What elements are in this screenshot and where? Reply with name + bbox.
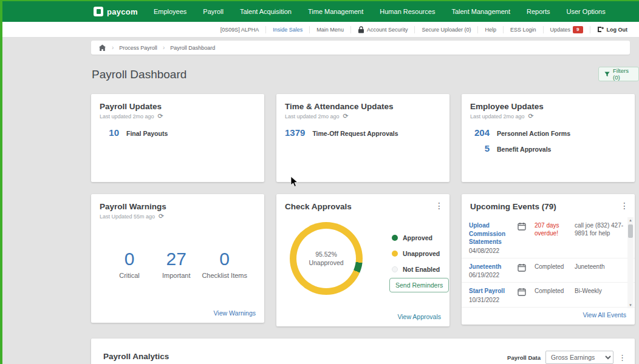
personnel-action-forms-count[interactable]: 204 [470,127,490,138]
event-row: Start Payroll Completed wEEKLY [462,308,635,309]
paycom-logo-text: paycom [107,7,138,16]
event-note: Juneteenth [575,263,628,279]
paycom-logo[interactable]: paycom [94,7,138,16]
utility-bar: [0S09S] ALPHA Inside Sales Main Menu Acc… [2,22,639,38]
legend-not-enabled: Not Enabled [392,266,440,273]
donut-center-label: Unapproved [309,259,343,266]
critical-count[interactable]: 0 [108,249,151,269]
nav-item-talent-acquisition[interactable]: Talent Acquisition [240,8,292,15]
benefit-approvals-label[interactable]: Benefit Approvals [497,146,551,153]
log-out-icon [597,26,604,33]
event-row: Upload Commission Statements 04/08/2022 … [462,217,635,258]
payroll-updates-title: Payroll Updates [100,102,256,111]
refresh-icon[interactable]: ⟳ [343,113,349,120]
main-menu-link[interactable]: Main Menu [310,27,350,33]
events-list: Upload Commission Statements 04/08/2022 … [462,217,635,308]
breadcrumb-separator: › [112,44,114,51]
event-name-link[interactable]: Upload Commission Statements [469,221,518,246]
payroll-analytics-controls: Payroll Data Gross Earnings ⋮ [507,351,626,364]
payroll-updates-card: Payroll Updates Last updated 2mo ago ⟳ 1… [91,94,264,182]
events-scrollbar[interactable]: ▲ ▼ [627,217,634,308]
event-date: 10/31/2022 [469,297,518,303]
nav-item-user-options[interactable]: User Options [567,8,606,15]
event-status: Completed [535,263,575,279]
send-reminders-button[interactable]: Send Reminders [389,278,449,292]
kebab-menu-icon[interactable]: ⋮ [618,353,626,362]
important-count[interactable]: 27 [155,249,197,269]
view-approvals-link[interactable]: View Approvals [397,313,441,320]
event-date: 04/08/2022 [469,248,518,254]
final-payouts-label[interactable]: Final Payouts [126,130,168,137]
approved-dot-icon [392,235,398,241]
inside-sales-link[interactable]: Inside Sales [266,27,309,33]
payroll-data-select[interactable]: Gross Earnings [545,351,613,364]
check-approvals-donut-chart: 95.52% Unapproved [290,222,363,295]
donut-center-value: 95.52% [315,251,337,258]
secure-uploader-link[interactable]: Secure Uploader (0) [415,27,477,33]
time-attendance-last-updated: Last updated 2mo ago [285,113,340,120]
time-off-approvals-count[interactable]: 1379 [285,127,305,138]
kebab-menu-icon[interactable]: ⋮ [435,201,443,210]
personnel-action-forms-label[interactable]: Personnel Action Forms [497,130,570,137]
nav-item-payroll[interactable]: Payroll [203,8,224,15]
event-name-link[interactable]: Juneteenth [469,263,518,271]
payroll-analytics-card: Payroll Analytics Payroll Data Gross Ear… [91,339,635,364]
payroll-dashboard-screen: paycom Employees Payroll Talent Acquisit… [0,0,639,364]
ess-login-link[interactable]: ESS Login [504,27,543,33]
payroll-warnings-last-updated: Last Updated 55m ago [100,214,155,220]
view-all-events-link[interactable]: View All Events [583,311,626,318]
paycom-logo-icon [94,7,103,16]
time-off-approvals-label[interactable]: Time-Off Request Approvals [312,130,398,137]
checklist-items-label: Checklist Items [202,272,247,279]
lock-icon [358,26,364,33]
scroll-down-arrow[interactable]: ▼ [627,302,634,308]
final-payouts-count[interactable]: 10 [100,127,119,138]
top-nav: paycom Employees Payroll Talent Acquisit… [2,1,639,22]
nav-item-talent-management[interactable]: Talent Management [451,8,510,15]
checklist-items-count[interactable]: 0 [202,249,247,269]
event-note: Bi-Weekly [575,287,628,303]
stat-row: 10 Final Payouts [100,127,256,138]
refresh-icon[interactable]: ⟳ [528,113,534,120]
updates-link[interactable]: Updates 9 [544,26,590,33]
stat-row: 1379 Time-Off Request Approvals [285,127,441,138]
breadcrumb-payroll-dashboard[interactable]: Payroll Dashboard [170,45,215,51]
scrollbar-thumb[interactable] [628,224,633,238]
time-attendance-updates-card: Time & Attendance Updates Last updated 2… [276,94,449,182]
breadcrumb-process-payroll[interactable]: Process Payroll [119,45,157,51]
filters-button-label: Filters (0) [613,67,633,81]
calendar-icon [518,222,526,231]
updates-label: Updates [550,27,571,33]
payroll-updates-last-updated: Last updated 2mo ago [100,113,154,120]
help-link[interactable]: Help [478,27,503,33]
home-icon[interactable] [98,44,106,52]
account-security-link[interactable]: Account Security [351,26,415,33]
kebab-menu-icon[interactable]: ⋮ [620,201,629,210]
scroll-up-arrow[interactable]: ▲ [627,217,634,223]
refresh-icon[interactable]: ⟳ [159,213,164,220]
event-status: 207 days overdue! [535,221,575,254]
event-note: call joe (832) 427-9891 for help [575,221,628,254]
log-out-button[interactable]: Log Out [590,26,635,33]
benefit-approvals-count[interactable]: 5 [470,143,490,153]
legend-approved: Approved [392,234,440,241]
employee-updates-card: Employee Updates Last updated 2mo ago ⟳ … [462,94,635,182]
account-security-label: Account Security [367,27,408,33]
event-name-link[interactable]: Start Payroll [469,287,518,295]
view-warnings-link[interactable]: View Warnings [214,309,256,317]
payroll-analytics-title: Payroll Analytics [103,352,169,361]
important-label: Important [155,272,197,279]
nav-item-time-management[interactable]: Time Management [308,8,363,15]
payroll-warnings-card: Payroll Warnings Last Updated 55m ago ⟳ … [91,194,264,323]
check-approvals-title: Check Approvals [285,202,441,211]
filters-button[interactable]: Filters (0) [598,67,639,81]
employee-updates-last-updated: Last updated 2mo ago [470,113,525,120]
top-nav-menu: Employees Payroll Talent Acquisition Tim… [154,8,606,15]
legend-unapproved: Unapproved [392,250,440,257]
nav-item-human-resources[interactable]: Human Resources [380,8,435,15]
nav-item-employees[interactable]: Employees [154,8,186,15]
updates-count-badge: 9 [573,26,583,33]
donut-legend: Approved Unapproved Not Enabled [392,234,440,273]
refresh-icon[interactable]: ⟳ [158,113,163,120]
nav-item-reports[interactable]: Reports [527,8,550,15]
